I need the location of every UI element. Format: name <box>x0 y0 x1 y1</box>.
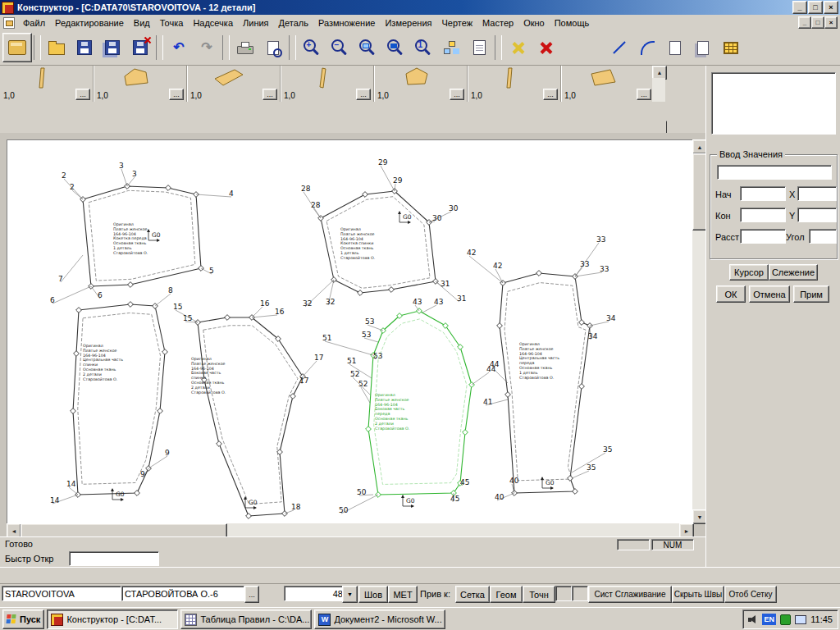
copy-detail-button[interactable] <box>689 34 717 62</box>
piece-side-back[interactable]: 15151616171718ОригиналПлатье женское164-… <box>173 299 323 518</box>
browse-button[interactable]: ... <box>244 586 259 603</box>
menu-line[interactable]: Линия <box>238 16 274 30</box>
zoom-out-button[interactable]: − <box>326 34 354 62</box>
display-icon[interactable] <box>795 615 806 624</box>
redo-button[interactable]: ↷ <box>193 34 221 62</box>
delete-all-button[interactable] <box>532 34 559 62</box>
client-name-field[interactable] <box>121 586 244 601</box>
cancel-button[interactable]: Отмена <box>749 285 790 303</box>
pattern-thumb-cell-2[interactable]: 1,0... <box>94 66 187 102</box>
save-button[interactable] <box>71 34 98 62</box>
thumb-more-button[interactable]: ... <box>543 89 558 100</box>
task-konstruktor[interactable]: Конструктор - [C:DAT... <box>47 609 178 629</box>
maximize-button[interactable]: □ <box>808 1 823 14</box>
cursor-button[interactable]: Курсор <box>729 264 769 281</box>
model-name-field[interactable] <box>2 586 121 601</box>
piece-back-yoke[interactable]: 28282929303031313232ОригиналПлатье женск… <box>301 158 466 308</box>
curve-tool-button[interactable] <box>633 34 661 62</box>
language-indicator[interactable]: EN <box>762 614 776 625</box>
pattern-thumb-cell-5[interactable]: 1,0... <box>374 66 468 102</box>
end-field[interactable] <box>740 208 786 222</box>
task-word-document[interactable]: WДокумент2 - Microsoft W... <box>314 609 445 629</box>
thumb-more-button[interactable]: ... <box>356 89 371 100</box>
thumb-more-button[interactable]: ... <box>169 89 184 100</box>
menu-view[interactable]: Вид <box>129 16 155 30</box>
grid-button[interactable] <box>717 34 745 62</box>
delete-piece-button[interactable] <box>504 34 532 62</box>
value-input[interactable] <box>717 165 832 180</box>
line-tool-button[interactable] <box>605 34 633 62</box>
save-all-button[interactable] <box>98 34 126 62</box>
zoom-all-button[interactable] <box>381 34 409 62</box>
task-tablitsa-pravil[interactable]: Таблица Правил - C:\DA... <box>180 609 312 629</box>
mdi-close-button[interactable]: × <box>824 16 838 29</box>
menu-measure[interactable]: Измерения <box>380 16 436 30</box>
minimize-button[interactable]: _ <box>792 1 807 14</box>
export-button[interactable] <box>126 34 154 62</box>
pattern-thumb-cell-6[interactable]: 1,0... <box>468 66 561 102</box>
snap-precision-button[interactable]: Точн <box>523 586 555 603</box>
size-dropdown-button[interactable]: ▼ <box>342 586 358 603</box>
properties-button[interactable] <box>465 34 493 62</box>
volume-icon[interactable] <box>748 614 758 624</box>
scanner-icon[interactable] <box>780 614 791 625</box>
ok-button[interactable]: ОК <box>716 285 746 303</box>
angle-field[interactable] <box>809 229 837 244</box>
menu-help[interactable]: Помощь <box>550 16 595 30</box>
apply-button[interactable]: Прим <box>793 285 829 303</box>
menu-drawing[interactable]: Чертеж <box>436 16 477 30</box>
open-button[interactable] <box>43 34 71 62</box>
menu-point[interactable]: Точка <box>155 16 189 30</box>
show-grid-button[interactable]: Отоб Сетку <box>724 586 777 603</box>
x-field[interactable] <box>797 186 837 201</box>
structure-button[interactable] <box>437 34 465 62</box>
menu-multiply[interactable]: Размножение <box>313 16 380 30</box>
tracking-button[interactable]: Слежение <box>769 264 818 281</box>
pattern-thumb-cell-7[interactable]: 1,0... <box>561 66 655 102</box>
menu-detail[interactable]: Деталь <box>274 16 313 30</box>
pattern-thumb-cell-1[interactable]: 1,0... <box>0 66 94 102</box>
piece-center-back[interactable]: 8991414ОригиналПлатье женское164-96-104Ц… <box>50 286 173 504</box>
zoom-window-button[interactable] <box>354 34 381 62</box>
pattern-thumb-cell-4[interactable]: 1,0... <box>281 66 374 102</box>
mdi-restore-button[interactable]: □ <box>811 16 824 29</box>
open-model-button[interactable] <box>2 33 32 62</box>
start-field[interactable] <box>740 186 786 201</box>
thumb-more-button[interactable]: ... <box>637 89 651 100</box>
marks-button[interactable]: МЕТ <box>388 586 418 603</box>
distance-field[interactable] <box>740 229 786 244</box>
piece-front-yoke[interactable]: 223345766ОригиналПлатье женское164-96-10… <box>50 162 234 304</box>
smoothing-button[interactable]: Сист Сглаживание <box>588 586 672 603</box>
menu-window[interactable]: Окно <box>518 16 550 30</box>
mdi-minimize-button[interactable]: _ <box>798 16 811 29</box>
piece-side-front[interactable]: 5353534343515152524445455050ОригиналПлат… <box>322 298 496 514</box>
new-detail-button[interactable] <box>661 34 689 62</box>
thumb-more-button[interactable]: ... <box>450 89 464 100</box>
seam-button[interactable]: Шов <box>358 586 388 603</box>
quick-open-input[interactable] <box>69 551 159 566</box>
close-button[interactable]: × <box>824 1 838 14</box>
size-combo[interactable] <box>284 586 346 601</box>
menu-master[interactable]: Мастер <box>477 16 518 30</box>
y-field[interactable] <box>797 208 837 222</box>
menu-edit[interactable]: Редактирование <box>50 16 129 30</box>
pattern-thumb-cell-3[interactable]: 1,0... <box>187 66 281 102</box>
undo-button[interactable]: ↶ <box>165 34 193 62</box>
menu-file[interactable]: Файл <box>18 16 50 30</box>
canvas-vscrollbar[interactable]: ▲ ▼ <box>692 139 705 523</box>
zoom-1-1-button[interactable]: 1 <box>409 34 437 62</box>
snap-geometry-button[interactable]: Геом <box>490 586 523 603</box>
svg-text:Оригинал: Оригинал <box>113 222 134 226</box>
snap-grid-button[interactable]: Сетка <box>455 586 490 603</box>
drawing-canvas[interactable]: 223345766ОригиналПлатье женское164-96-10… <box>7 139 693 524</box>
print-preview-button[interactable] <box>259 34 287 62</box>
start-button[interactable]: Пуск <box>2 609 44 629</box>
menu-notch[interactable]: Надсечка <box>188 16 238 30</box>
zoom-in-button[interactable]: + <box>298 34 326 62</box>
print-button[interactable] <box>231 34 259 62</box>
canvas-hscrollbar[interactable]: ◄ ► <box>7 523 692 536</box>
thumb-more-button[interactable]: ... <box>262 89 277 100</box>
thumb-more-button[interactable]: ... <box>75 89 90 100</box>
hide-seams-button[interactable]: Скрыть Швы <box>672 586 724 603</box>
document-icon[interactable] <box>3 17 15 29</box>
